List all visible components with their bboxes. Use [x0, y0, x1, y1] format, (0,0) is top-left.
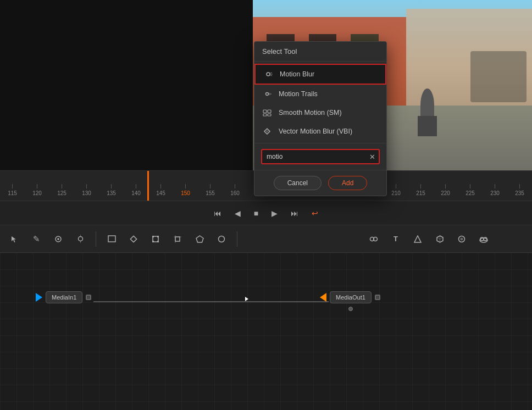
search-input[interactable]	[262, 150, 366, 163]
dialog-overlay: Select Tool Motion Blur	[0, 0, 532, 410]
svg-rect-26	[263, 110, 267, 113]
svg-rect-27	[268, 110, 271, 113]
svg-point-23	[266, 93, 269, 96]
motion-trails-item[interactable]: Motion Trails	[254, 85, 386, 103]
motion-blur-item[interactable]: Motion Blur	[254, 64, 386, 85]
vector-motion-blur-icon	[261, 126, 273, 136]
select-tool-dialog: Select Tool Motion Blur	[254, 41, 387, 196]
dialog-title: Select Tool	[254, 42, 386, 62]
dialog-search-area: ✕	[254, 143, 386, 170]
add-button[interactable]: Add	[328, 176, 367, 190]
search-clear-button[interactable]: ✕	[366, 153, 379, 161]
vector-motion-blur-label: Vector Motion Blur (VBI)	[279, 128, 352, 135]
svg-point-30	[266, 130, 268, 132]
svg-point-25	[270, 93, 271, 95]
dialog-action-buttons: Cancel Add	[254, 170, 386, 196]
vector-motion-blur-item[interactable]: Vector Motion Blur (VBI)	[254, 122, 386, 141]
svg-line-20	[270, 73, 273, 73]
dialog-item-list: Motion Blur Motion Trails	[254, 62, 386, 143]
search-wrapper: ✕	[261, 149, 380, 164]
motion-trails-icon	[261, 89, 273, 99]
svg-point-24	[269, 93, 270, 95]
svg-line-22	[270, 75, 273, 76]
svg-rect-29	[268, 114, 271, 116]
svg-rect-28	[263, 114, 267, 116]
smooth-motion-label: Smooth Motion (SM)	[279, 109, 342, 117]
motion-blur-label: Motion Blur	[280, 70, 314, 78]
smooth-motion-icon	[261, 108, 273, 118]
motion-blur-icon	[262, 69, 274, 79]
svg-point-19	[267, 73, 270, 76]
motion-trails-label: Motion Trails	[279, 90, 318, 98]
smooth-motion-item[interactable]: Smooth Motion (SM)	[254, 103, 386, 122]
cancel-button[interactable]: Cancel	[274, 176, 322, 190]
